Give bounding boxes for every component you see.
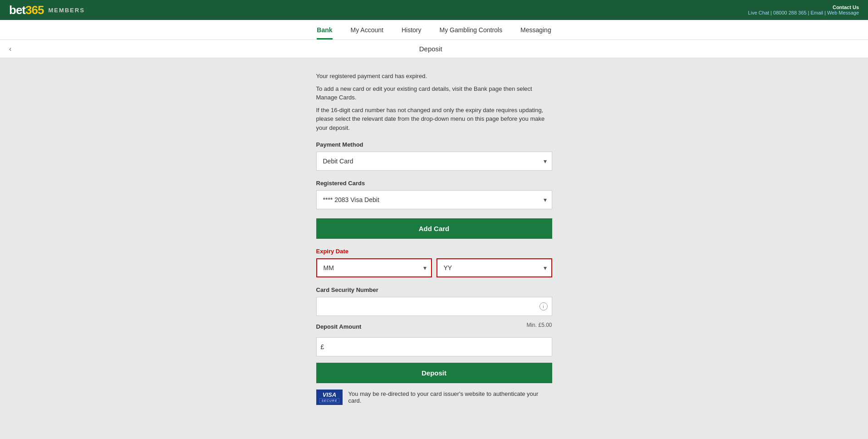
registered-cards-select[interactable]: **** 2083 Visa Debit [316, 190, 552, 209]
page-title: Deposit [20, 45, 841, 53]
card-security-input[interactable] [316, 297, 552, 316]
info-icon[interactable]: i [539, 302, 548, 311]
header: bet365 MEMBERS Contact Us Live Chat | 08… [0, 0, 868, 20]
expiry-row: MM ▾ YY ▾ [316, 258, 552, 277]
payment-method-label: Payment Method [316, 141, 552, 148]
members-label: MEMBERS [48, 7, 84, 14]
expiry-date-label: Expiry Date [316, 248, 552, 255]
notice-expired: Your registered payment card has expired… [316, 72, 552, 81]
expiry-month-select[interactable]: MM [316, 258, 432, 277]
contact-links[interactable]: Live Chat | 08000 288 365 | Email | Web … [748, 10, 859, 15]
logo-area: bet365 MEMBERS [9, 3, 85, 17]
visa-redirect-text: You may be re-directed to your card issu… [348, 390, 552, 404]
expiry-month-wrapper[interactable]: MM ▾ [316, 258, 432, 277]
card-security-wrapper: i [316, 297, 552, 316]
deposit-amount-input[interactable] [316, 337, 552, 356]
secure-label: SECURE [319, 398, 339, 403]
registered-cards-label: Registered Cards [316, 180, 552, 187]
card-security-label: Card Security Number [316, 286, 552, 293]
deposit-amount-wrapper: £ [316, 337, 552, 356]
payment-method-wrapper[interactable]: Debit Card ▾ [316, 152, 552, 171]
contact-title: Contact Us [748, 5, 859, 10]
registered-cards-wrapper[interactable]: **** 2083 Visa Debit ▾ [316, 190, 552, 209]
visa-secure-badge: VISA SECURE [316, 390, 343, 405]
logo: bet365 [9, 3, 44, 17]
notice-manage-cards: To add a new card or edit your existing … [316, 84, 552, 102]
deposit-amount-header: Deposit Amount Min. £5.00 [316, 316, 552, 334]
nav-item-bank[interactable]: Bank [317, 21, 332, 39]
expiry-year-select[interactable]: YY [436, 258, 552, 277]
breadcrumb-bar: ‹ Deposit [0, 40, 868, 58]
nav-item-my-gambling-controls[interactable]: My Gambling Controls [439, 21, 502, 39]
min-amount: Min. £5.00 [526, 322, 552, 328]
contact-area: Contact Us Live Chat | 08000 288 365 | E… [748, 5, 859, 15]
nav-item-my-account[interactable]: My Account [351, 21, 383, 39]
nav-item-messaging[interactable]: Messaging [520, 21, 551, 39]
add-card-button[interactable]: Add Card [316, 218, 552, 239]
main-content: Your registered payment card has expired… [307, 58, 561, 419]
expiry-year-wrapper[interactable]: YY ▾ [436, 258, 552, 277]
back-arrow[interactable]: ‹ [9, 45, 11, 53]
deposit-amount-label: Deposit Amount [316, 323, 362, 330]
visa-secure-row: VISA SECURE You may be re-directed to yo… [316, 390, 552, 405]
notice-expiry-update: If the 16-digit card number has not chan… [316, 106, 552, 133]
pound-symbol: £ [321, 343, 324, 350]
nav-item-history[interactable]: History [402, 21, 422, 39]
nav-bar: Bank My Account History My Gambling Cont… [0, 20, 868, 40]
payment-method-select[interactable]: Debit Card [316, 152, 552, 171]
deposit-button[interactable]: Deposit [316, 363, 552, 383]
visa-label: VISA [323, 391, 336, 398]
